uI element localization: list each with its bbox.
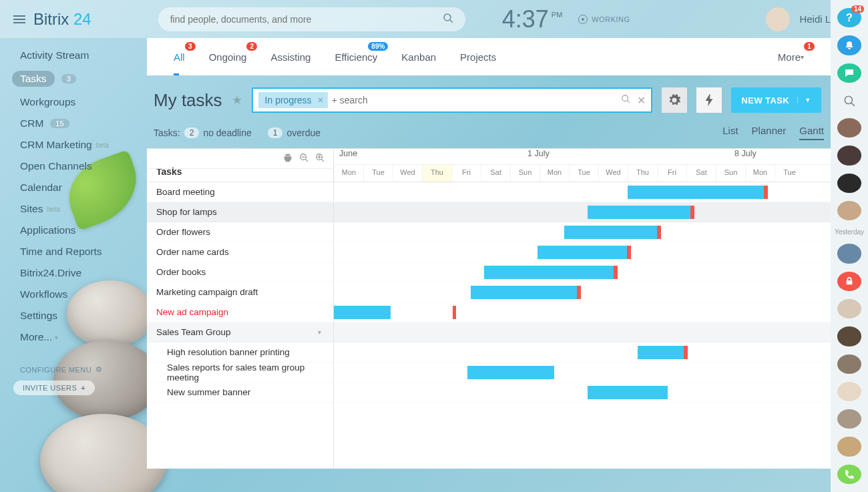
sidebar-item[interactable]: Activity Stream [0, 45, 147, 66]
view-tab[interactable]: Planner [752, 125, 787, 140]
sidebar-item[interactable]: Open Channels [0, 156, 147, 177]
gantt-timeline[interactable]: June 1 July 8 July MonTueWedThuFriSatSun… [334, 149, 831, 469]
task-row[interactable]: High resolution banner printing [147, 342, 333, 362]
tab[interactable]: Projects [448, 38, 508, 75]
hamburger-icon[interactable] [13, 13, 25, 25]
view-tab[interactable]: Gantt [799, 125, 824, 140]
contact-avatar[interactable] [837, 118, 861, 138]
timeline-row[interactable] [334, 282, 831, 302]
tab[interactable]: All3 [162, 38, 197, 75]
zoom-out-icon[interactable] [299, 153, 308, 164]
contact-avatar[interactable] [837, 299, 861, 318]
timeline-row[interactable] [334, 362, 831, 383]
zoom-in-icon[interactable] [315, 153, 324, 164]
task-row[interactable]: Marketing campaign draft [147, 282, 333, 302]
tab-more[interactable]: More 1 ▾ [766, 38, 816, 75]
gantt-bar[interactable] [564, 226, 661, 239]
gear-button[interactable] [662, 87, 687, 113]
gantt-bar[interactable] [334, 306, 391, 319]
no-deadline-count[interactable]: 2 [184, 128, 200, 138]
task-row[interactable]: Order name cards [147, 242, 333, 262]
timeline-row[interactable] [334, 242, 831, 262]
chevron-down-icon[interactable]: ▼ [797, 97, 811, 103]
overdue-label[interactable]: overdue [286, 128, 320, 138]
configure-menu[interactable]: CONFIGURE MENU ⚙ [0, 361, 147, 378]
task-group-row[interactable]: Sales Team Group [147, 322, 333, 342]
clear-filter-icon[interactable]: ✕ [637, 94, 646, 107]
timeline-row[interactable] [334, 322, 831, 342]
contact-avatar[interactable] [837, 409, 861, 429]
contact-avatar[interactable] [837, 146, 861, 165]
contact-avatar[interactable] [837, 201, 861, 220]
sidebar-item[interactable]: Sitesbeta [0, 198, 147, 220]
timeline-row[interactable] [334, 202, 831, 222]
chat-button[interactable] [837, 63, 861, 83]
sidebar-item[interactable]: CRM Marketingbeta [0, 134, 147, 156]
timeline-row[interactable] [334, 302, 831, 322]
contact-avatar[interactable] [837, 244, 861, 263]
task-row[interactable]: Order flowers [147, 222, 333, 242]
invite-users-button[interactable]: INVITE USERS + [13, 381, 95, 395]
timeline-row[interactable] [334, 182, 831, 202]
filter-box[interactable]: In progress ✕ ✕ [252, 87, 652, 113]
tab[interactable]: Ongoing2 [197, 38, 259, 75]
task-row[interactable]: Sales reports for sales team group meeti… [147, 362, 333, 383]
sidebar-item[interactable]: CRM15 [0, 113, 147, 134]
sidebar-item[interactable]: Workgroups [0, 91, 147, 113]
gantt-bar[interactable] [588, 386, 668, 399]
phone-button[interactable] [837, 465, 861, 484]
sidebar-item[interactable]: Time and Reports [0, 241, 147, 262]
sidebar-item[interactable]: Bitrix24.Drive [0, 262, 147, 284]
sidebar-item[interactable]: More... ▾ [0, 326, 147, 348]
timeline-row[interactable] [334, 262, 831, 282]
global-search-input[interactable] [170, 14, 443, 25]
task-row[interactable]: New summer banner [147, 383, 333, 403]
new-task-button[interactable]: NEW TASK ▼ [731, 87, 822, 113]
no-deadline-label[interactable]: no deadline [203, 128, 251, 138]
gantt-chart: Tasks Board meetingShop for lampsOrder f… [147, 148, 831, 469]
contact-avatar[interactable] [837, 174, 861, 193]
gantt-bar[interactable] [467, 366, 554, 379]
timeline-row[interactable] [334, 222, 831, 242]
filter-search-input[interactable] [332, 95, 621, 105]
view-tab[interactable]: List [722, 125, 738, 140]
gantt-bar[interactable] [588, 206, 694, 219]
gantt-bar[interactable] [628, 186, 768, 199]
timeline-row[interactable] [334, 383, 831, 403]
overdue-count[interactable]: 1 [268, 128, 283, 138]
filter-chip[interactable]: In progress ✕ [258, 92, 328, 108]
contact-avatar[interactable] [837, 437, 861, 456]
gantt-bar[interactable] [471, 286, 581, 299]
tab[interactable]: Kanban [389, 38, 448, 75]
sidebar-item[interactable]: Applications [0, 220, 147, 241]
tab[interactable]: Assisting [258, 38, 322, 75]
lock-button[interactable] [837, 272, 861, 291]
sidebar-item[interactable]: Tasks3 [0, 66, 147, 91]
global-search[interactable] [158, 7, 465, 31]
gantt-bar[interactable] [484, 266, 618, 279]
contact-avatar[interactable] [837, 326, 861, 346]
task-row[interactable]: New ad campaign [147, 302, 333, 322]
task-row[interactable]: Order books [147, 262, 333, 282]
gantt-bar[interactable] [537, 246, 631, 259]
tab[interactable]: Efficiency89% [322, 38, 389, 75]
timeline-row[interactable] [334, 342, 831, 362]
gantt-bar[interactable] [638, 346, 688, 359]
contact-avatar[interactable] [837, 382, 861, 401]
sidebar-item[interactable]: Workflows [0, 284, 147, 305]
favorite-star-icon[interactable]: ★ [232, 93, 242, 107]
notifications-button[interactable] [837, 35, 861, 55]
search-icon[interactable] [621, 94, 630, 106]
print-icon[interactable] [283, 153, 292, 164]
search-icon[interactable] [443, 13, 453, 26]
sidebar-item[interactable]: Settings [0, 305, 147, 326]
filter-chip-remove-icon[interactable]: ✕ [317, 95, 324, 105]
task-row[interactable]: Board meeting [147, 182, 333, 202]
bolt-button[interactable] [696, 87, 722, 113]
sidebar-item[interactable]: Calendar [0, 177, 147, 198]
rail-search-button[interactable] [837, 91, 861, 110]
working-status[interactable]: WORKING [578, 15, 630, 24]
task-row[interactable]: Shop for lamps [147, 202, 333, 222]
contact-avatar[interactable] [837, 354, 861, 374]
help-button[interactable]: ? 14 [837, 8, 861, 27]
